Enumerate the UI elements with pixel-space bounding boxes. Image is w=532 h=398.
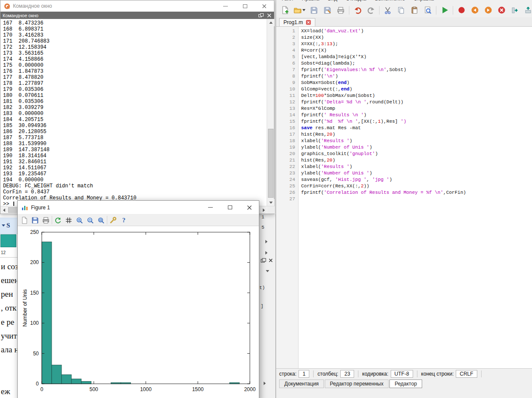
scrollbar-thumb[interactable] [268, 129, 274, 198]
zoom-in-button[interactable] [75, 215, 84, 225]
print-figure-button[interactable] [41, 215, 51, 225]
dock-panel-title: Командное окно [3, 13, 38, 18]
code-line: Res=X*GlComp [301, 106, 532, 112]
y-tick-label: 150 [30, 290, 39, 296]
find-button[interactable] [423, 5, 433, 16]
bottom-tab[interactable]: Редактор переменных [325, 379, 389, 388]
document-text-fragment: и соз [1, 262, 17, 271]
settings-button[interactable] [108, 215, 118, 225]
line-number: 17 [276, 131, 295, 138]
step-out-button[interactable] [523, 5, 532, 16]
editor-gutter: 1234567891011121314151617181920212223242… [276, 27, 299, 368]
cut-button[interactable] [383, 5, 393, 16]
bottom-tab[interactable]: Документация [279, 379, 324, 388]
command-window-dock-header[interactable]: Командное окно [0, 12, 274, 19]
next-breakpoint-button[interactable] [483, 5, 493, 16]
scroll-up-button[interactable] [267, 19, 274, 26]
vertical-scrollbar[interactable] [267, 19, 274, 206]
paste-button[interactable] [409, 5, 420, 16]
command-window: Командное окно Командное окно 167 8.4732… [0, 0, 274, 214]
line-number: 19 [276, 144, 295, 151]
new-script-button[interactable] [280, 5, 290, 16]
code-line: X=XX(:,3:13); [301, 41, 532, 47]
previous-breakpoint-button[interactable] [470, 5, 480, 16]
close-pane-icon[interactable] [268, 258, 273, 263]
console-line: 174 4.158866 [3, 56, 267, 62]
scroll-right-icon[interactable] [265, 240, 268, 243]
save-icon [310, 6, 318, 14]
code-line: Delt=100*SobMax/sum(Sobst) [301, 93, 532, 99]
console[interactable]: 167 8.473236168 6.898371170 3.416283171 … [1, 19, 267, 206]
close-button[interactable] [255, 0, 274, 12]
maximize-button[interactable] [235, 0, 255, 12]
open-file-button[interactable] [293, 5, 306, 16]
scroll-right-icon[interactable] [264, 382, 266, 385]
scroll-down-button[interactable] [267, 199, 274, 206]
scroll-right-icon[interactable] [265, 251, 268, 255]
help-button[interactable]: ? [119, 215, 129, 225]
save-figure-button[interactable] [30, 215, 40, 225]
code-line: ylabel('Number of Unis ') [301, 144, 532, 151]
bottom-tab[interactable]: Редактор [389, 379, 422, 388]
code-line: [vect,lambda]=eig(X'*X) [301, 54, 532, 60]
toolbar-separator [52, 216, 52, 224]
grid-icon [65, 217, 72, 224]
menu-item[interactable]: Справка [409, 0, 438, 3]
close-tab-icon[interactable] [306, 20, 311, 25]
maximize-icon [243, 4, 247, 8]
line-number: 13 [276, 106, 295, 112]
line-number: 22 [276, 164, 295, 170]
line-number: 9 [276, 80, 295, 86]
menu-bar: ФайлПравкаВидОтладкаВыполнениеСправка [276, 0, 532, 3]
scroll-left-button[interactable] [0, 206, 8, 214]
run-button[interactable] [439, 5, 450, 16]
close-pane-icon[interactable] [267, 13, 271, 18]
console-line: 168 6.898371 [3, 26, 267, 32]
menu-item[interactable]: Правка [298, 0, 324, 3]
refresh-button[interactable] [53, 215, 63, 225]
line-number: 2 [276, 34, 295, 41]
maximize-button[interactable] [220, 201, 240, 214]
close-button[interactable] [240, 201, 259, 214]
print-button[interactable] [336, 5, 346, 16]
save-as-icon [324, 6, 331, 14]
zoom-fit-button[interactable] [96, 215, 106, 225]
menu-item[interactable]: Файл [276, 0, 298, 3]
copy-button[interactable] [396, 5, 406, 16]
save-button[interactable] [309, 5, 319, 16]
grid-toggle-button[interactable] [64, 215, 74, 225]
chevron-down-icon [2, 224, 5, 227]
menu-item[interactable]: Вид [324, 0, 342, 3]
toolbar-separator [107, 216, 107, 224]
redo-button[interactable] [366, 5, 376, 16]
status-label: кодировка: [362, 371, 389, 377]
minimize-button[interactable] [201, 201, 220, 214]
toggle-breakpoint-button[interactable] [456, 5, 467, 16]
status-value: 23 [340, 370, 354, 378]
new-figure-button[interactable] [19, 215, 29, 225]
code-line: xlabel('Results ') [301, 164, 532, 170]
new-script-icon [281, 6, 289, 14]
code-editor[interactable]: 1234567891011121314151617181920212223242… [276, 27, 532, 368]
scroll-right-button[interactable] [260, 206, 268, 214]
undock-pane-icon[interactable] [261, 258, 266, 263]
save-as-button[interactable] [322, 5, 333, 16]
paste-icon [411, 6, 418, 14]
line-number: 1 [276, 28, 295, 34]
scroll-left-icon [3, 208, 5, 212]
background-windows-fragment: 1 5 t) ] [259, 214, 276, 398]
code-line: saveas(gcf, 'Hist.jpg ', 'jpg ') [301, 177, 532, 183]
undock-icon[interactable] [258, 13, 264, 18]
tab-prog1[interactable]: Prog1.m [279, 18, 315, 26]
command-window-titlebar: Командное окно [0, 0, 274, 12]
editor-code[interactable]: XX=load('dan_vuz.txt')size(XX)X=XX(:,3:1… [299, 27, 532, 368]
step-button[interactable] [510, 5, 520, 16]
new-figure-icon [21, 217, 28, 224]
undo-button[interactable] [352, 5, 363, 16]
menu-item[interactable]: Выполнение [370, 0, 409, 3]
remove-all-breakpoints-button[interactable] [496, 5, 507, 16]
menu-item[interactable]: Отладка [342, 0, 370, 3]
scroll-down-icon[interactable] [266, 270, 269, 272]
zoom-out-button[interactable] [85, 215, 95, 225]
minimize-button[interactable] [216, 0, 235, 12]
